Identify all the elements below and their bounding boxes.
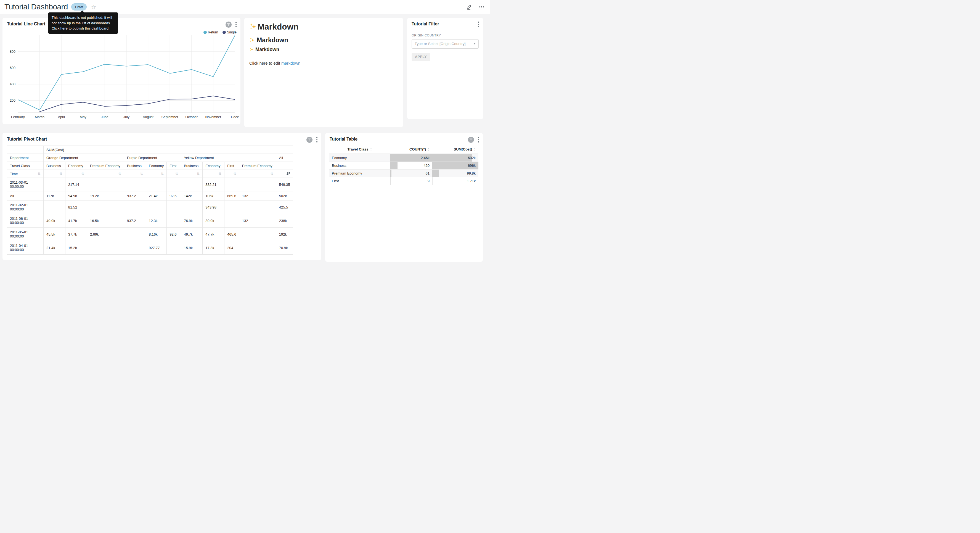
pivot-sort-cell[interactable]: [276, 170, 293, 178]
pivot-value-cell: 8.16k: [146, 228, 167, 241]
pivot-value-cell: [181, 201, 203, 214]
pivot-value-cell: [239, 201, 276, 214]
pivot-value-cell: [181, 178, 203, 191]
table-column-header[interactable]: COUNT(*): [390, 145, 432, 154]
travel-class-cell: Economy: [329, 154, 390, 161]
pivot-class-header: Business: [44, 162, 65, 170]
pivot-department-header: Purple Department: [124, 154, 181, 162]
pivot-sort-cell[interactable]: ⇅: [167, 170, 181, 178]
pivot-row-header: 2011-02-01 00:00:00: [7, 201, 44, 214]
pivot-value-cell: 106k: [203, 191, 224, 201]
cross-filter-icon[interactable]: [306, 137, 312, 143]
y-axis-tick-label: 600: [10, 66, 16, 70]
table-column-header[interactable]: SUM(Cost): [432, 145, 479, 154]
draft-status-badge[interactable]: Draft: [71, 3, 87, 11]
pivot-row-header: 2011-05-01 00:00:00: [7, 228, 44, 241]
pivot-class-header: Economy: [146, 162, 167, 170]
markdown-edit-link[interactable]: markdown: [281, 61, 300, 65]
sort-desc-active-icon[interactable]: [286, 172, 290, 176]
pivot-class-header: First: [224, 162, 239, 170]
pivot-kebab-menu-icon[interactable]: [317, 137, 318, 142]
sum-cell: 1.71k: [432, 177, 479, 185]
sort-icon[interactable]: ⇅: [161, 172, 164, 176]
sort-carets-icon: [370, 148, 372, 151]
pivot-sort-cell[interactable]: ⇅: [87, 170, 124, 178]
pivot-row: 2011-05-01 00:00:0045.5k37.7k2.69k8.16k9…: [7, 228, 293, 241]
edit-pencil-icon[interactable]: [466, 4, 473, 10]
pivot-row-header: 2011-06-01 00:00:00: [7, 214, 44, 228]
table-column-header[interactable]: Travel Class: [329, 145, 390, 154]
sort-icon[interactable]: ⇅: [233, 172, 236, 176]
sort-icon[interactable]: ⇅: [175, 172, 178, 176]
pivot-department-header: Yellow Department: [181, 154, 276, 162]
pivot-value-cell: 937.2: [124, 214, 146, 228]
pivot-value-cell: 21.4k: [146, 191, 167, 201]
pivot-chart-card: Tutorial Pivot Chart SUM(Cost)Department…: [3, 133, 321, 260]
y-axis-tick-label: 200: [10, 99, 16, 102]
pivot-corner-cell: [7, 146, 44, 154]
sparkle-icon: [249, 37, 255, 43]
origin-country-placeholder: Type or Select [Origin Country]: [415, 42, 472, 46]
pivot-sort-cell[interactable]: ⇅: [44, 170, 65, 178]
pivot-sort-cell[interactable]: ⇅: [239, 170, 276, 178]
sort-icon[interactable]: ⇅: [140, 172, 143, 176]
count-cell: 2.46k: [390, 154, 432, 161]
pivot-sort-cell[interactable]: ⇅: [124, 170, 146, 178]
filter-card: Tutorial Filter ORIGIN COUNTRY Type or S…: [407, 18, 483, 119]
travel-class-cell: Premium Economy: [329, 169, 390, 177]
filter-kebab-menu-icon[interactable]: [478, 22, 479, 27]
line-chart-plot: 200400600800FebruaryMarchAprilMayJuneJul…: [3, 33, 239, 121]
pivot-value-cell: 937.2: [124, 191, 146, 201]
pivot-class-header: Premium Economy: [87, 162, 124, 170]
chevron-down-icon: [473, 43, 476, 45]
cross-filter-icon[interactable]: [468, 137, 474, 143]
count-cell: 61: [390, 169, 432, 177]
pivot-class-header: Business: [124, 162, 146, 170]
table-kebab-menu-icon[interactable]: [478, 137, 479, 142]
sort-icon[interactable]: ⇅: [218, 172, 221, 176]
sort-icon[interactable]: ⇅: [59, 172, 62, 176]
x-axis-tick-label: Dece: [231, 115, 239, 119]
x-axis-tick-label: March: [35, 115, 45, 119]
pivot-measure-header: SUM(Cost): [44, 146, 293, 154]
markdown-h1: Markdown: [249, 22, 398, 32]
pivot-value-cell: 45.5k: [44, 228, 65, 241]
pivot-row-header: All: [7, 191, 44, 201]
count-cell: 9: [390, 177, 432, 185]
pivot-value-cell: 142k: [181, 191, 203, 201]
x-axis-tick-label: November: [205, 115, 221, 119]
pivot-value-cell: 81.52: [65, 201, 87, 214]
pivot-department-label: Department: [7, 154, 44, 162]
sort-carets-icon: [428, 148, 430, 151]
pivot-sort-cell[interactable]: ⇅: [181, 170, 203, 178]
sort-icon[interactable]: ⇅: [118, 172, 121, 176]
sort-icon[interactable]: ⇅: [270, 172, 273, 176]
x-axis-tick-label: April: [58, 115, 65, 119]
pivot-sort-cell[interactable]: ⇅: [224, 170, 239, 178]
pivot-value-cell: 76.9k: [181, 214, 203, 228]
pivot-value-cell: 192k: [276, 228, 293, 241]
line-chart-kebab-menu-icon[interactable]: [235, 22, 237, 27]
pivot-value-cell: [224, 178, 239, 191]
favorite-star-icon[interactable]: ☆: [91, 4, 96, 10]
pivot-value-cell: [124, 228, 146, 241]
pivot-value-cell: 15.2k: [65, 241, 87, 255]
header-more-menu-icon[interactable]: [479, 6, 484, 8]
pivot-row-header: 2011-04-01 00:00:00: [7, 241, 44, 255]
sort-icon[interactable]: ⇅: [81, 172, 84, 176]
sort-icon[interactable]: ⇅: [38, 172, 41, 176]
pivot-sort-cell[interactable]: ⇅: [203, 170, 224, 178]
pivot-sort-cell[interactable]: ⇅: [65, 170, 87, 178]
pivot-row-header: 2011-03-01 00:00:00: [7, 178, 44, 191]
pivot-time-label[interactable]: Time⇅: [7, 170, 44, 178]
apply-button[interactable]: APPLY: [412, 53, 430, 61]
pivot-class-header: Premium Economy: [239, 162, 276, 170]
travel-class-cell: First: [329, 177, 390, 185]
pivot-value-cell: 343.98: [203, 201, 224, 214]
cross-filter-icon[interactable]: [226, 22, 232, 28]
sort-icon[interactable]: ⇅: [197, 172, 200, 176]
pivot-value-cell: 12.3k: [146, 214, 167, 228]
pivot-sort-cell[interactable]: ⇅: [146, 170, 167, 178]
origin-country-select[interactable]: Type or Select [Origin Country]: [412, 39, 479, 49]
pivot-value-cell: [87, 178, 124, 191]
